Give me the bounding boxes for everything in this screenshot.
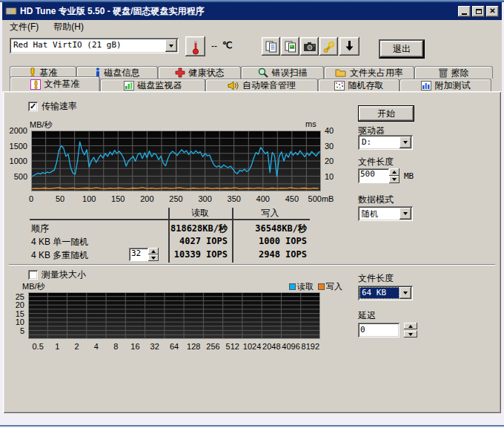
axis-tick: 40 [325,126,334,135]
axis-tick: 15 [16,309,24,318]
tab-erase[interactable]: 擦除 [414,66,493,79]
down-arrow-icon [344,40,355,53]
tab-error-scan[interactable]: 错误扫描 [241,66,324,79]
legend-read: 读取 [289,281,314,292]
delay-input[interactable]: 0 [358,323,399,338]
tab-health[interactable]: 健康状态 [158,66,241,79]
options-wrench-icon [323,41,335,53]
tab-folder-usage[interactable]: 文件夹占用率 [324,66,414,79]
tab-disk-monitor[interactable]: 磁盘监视器 [100,79,205,91]
tab-label: 磁盘监视器 [138,79,182,92]
random-access-icon [334,81,345,90]
start-button[interactable]: 开始 [358,105,414,122]
axis-tick: 16 [130,342,139,351]
chevron-down-icon [403,212,408,215]
down-arrow-icon [151,257,156,260]
menu-file[interactable]: 文件(F) [7,20,41,34]
axis-tick: 100 [82,194,96,203]
write-value: 1000 IOPS [235,236,307,246]
tab-strip: 基准 磁盘信息 健康状态 错误扫描 文件夹占用率 擦除 [2,65,502,91]
block-size-checkbox[interactable]: 测量块大小 [28,269,86,281]
axis-tick: 500mB [308,194,334,203]
data-pattern-value: 随机 [359,208,399,220]
erase-icon [439,68,448,78]
legend-label: 写入 [326,281,342,292]
axis-tick: 250 [169,194,182,203]
spin-down-button[interactable] [148,254,159,261]
spin-up-button[interactable] [148,248,159,254]
data-pattern-select[interactable]: 随机 [358,206,413,221]
axis-tick: 2000 [10,126,27,135]
checkbox-box[interactable]: ✓ [28,102,38,111]
axis-tick: 150 [111,194,125,203]
copy-image-button[interactable] [281,37,299,56]
tab-auto-acoustic[interactable]: 自动噪音管理 [205,79,318,91]
block-file-length-value: 64 KB [359,287,399,299]
axis-tick: 400 [256,194,270,203]
read-value: 818628KB/秒 [170,223,228,235]
target-drive-arrow[interactable] [399,136,411,148]
chevron-down-icon [169,45,173,47]
tab-random-access[interactable]: 随机存取 [318,79,399,91]
extra-tests-icon [421,81,431,90]
tab-label: 健康状态 [189,67,225,79]
copy-text-button[interactable] [262,37,280,56]
axis-tick: 8192 [302,342,319,351]
disk-monitor-icon [124,81,134,90]
axis-tick: 0.5 [32,342,43,351]
tab-file-benchmark[interactable]: 文件基准 [10,76,100,91]
menu-bar: 文件(F) 帮助(H) [2,20,502,34]
checkbox-label: 传输速率 [42,100,77,113]
queue-depth-spinner[interactable]: 32 [129,248,159,261]
top-chart-right-axis-title: ms [305,119,316,128]
bottom-chart-yaxis-title: MB/秒 [22,281,45,292]
write-value: 2948 IOPS [235,249,307,260]
read-value: 4027 IOPS [170,236,228,246]
up-arrow-icon [392,171,397,174]
delay-down-button[interactable] [404,331,417,338]
close-button[interactable]: ✕ [486,6,499,17]
queue-depth-value[interactable]: 32 [129,248,148,261]
spin-down-button[interactable] [389,176,399,183]
row-label: 4 KB 单一随机 [31,236,88,248]
drive-select-value: Red Hat VirtIO (21 gB) [11,39,165,52]
axis-tick: 20 [16,300,24,309]
top-chart-yaxis-title: MB/秒 [30,119,53,131]
axis-tick: 1024 [243,342,261,351]
delay-up-button[interactable] [404,323,417,329]
target-drive-select[interactable]: D: [358,135,413,150]
section-divider [9,264,495,266]
legend-label: 读取 [297,281,314,292]
drive-select-arrow[interactable] [165,39,177,52]
file-length-spinner[interactable]: 500 [358,168,399,183]
spin-up-button[interactable] [389,168,399,176]
tab-extra-tests[interactable]: 附加测试 [399,79,491,91]
menu-help[interactable]: 帮助(H) [51,20,86,34]
axis-tick: 300 [198,194,211,203]
block-file-length-arrow[interactable] [399,287,411,299]
axis-tick: 350 [228,194,241,203]
data-pattern-arrow[interactable] [399,208,411,220]
error-scan-icon [258,68,268,78]
temperature-button[interactable] [185,36,205,56]
axis-tick: 10 [325,172,334,181]
save-results-button[interactable] [339,37,359,56]
screenshot-button[interactable] [300,37,319,56]
tab-label: 自动噪音管理 [242,79,296,92]
checkbox-label: 测量块大小 [42,269,86,281]
checkbox-box[interactable] [28,270,38,280]
exit-button[interactable]: 退出 [379,39,425,59]
tab-label: 附加测试 [435,79,471,92]
axis-tick: 25 [16,292,24,301]
transfer-rate-checkbox[interactable]: ✓ 传输速率 [28,100,77,113]
file-length-value[interactable]: 500 [358,168,389,183]
options-button[interactable] [319,37,338,56]
table-row-4k-multi: 4 KB 多重随机 32 10339 IOPS 2948 IOPS [30,248,310,261]
drive-select[interactable]: Red Hat VirtIO (21 gB) [10,38,179,53]
file-length-label: 文件长度 [358,156,394,168]
maximize-button[interactable] [472,6,485,17]
block-file-length-select[interactable]: 64 KB [358,286,413,300]
minimize-button[interactable] [458,6,471,17]
axis-tick: 1000 [10,157,27,165]
app-icon [5,6,17,16]
